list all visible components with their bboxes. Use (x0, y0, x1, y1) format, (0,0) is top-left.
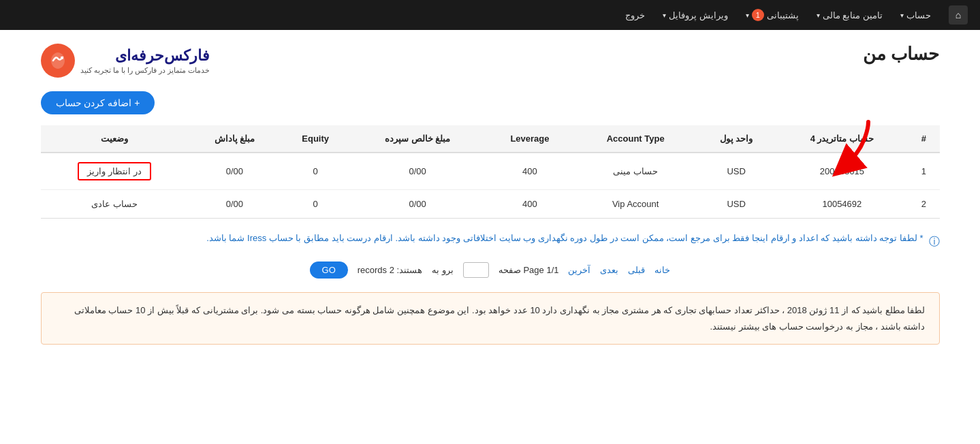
logo-area: فارکس‌حرفه‌ای خدمات متمایز در فارکس را ب… (41, 44, 210, 78)
chevron-down-icon: ▾ (900, 12, 904, 19)
cell-metatrader: 10054692 (776, 190, 908, 219)
pagination-row: خانه قبلی بعدی آخرین Page 1/1 صفحه برو ب… (41, 261, 940, 279)
col-balance: مبلغ خالص سپرده (350, 125, 485, 153)
cell-hash: 1 (908, 153, 939, 190)
cell-bonus: 0/00 (189, 153, 281, 190)
cell-balance: 0/00 (350, 153, 485, 190)
cell-account-type: حساب مینی (575, 153, 697, 190)
support-badge: 1 (752, 9, 764, 21)
nav-profile-label: ویرایش پروفایل (669, 10, 728, 20)
accounts-table: # حساب متاتریدر 4 واحد پول Account Type … (41, 125, 940, 219)
col-bonus: مبلغ پاداش (189, 125, 281, 153)
nav-item-logout[interactable]: خروج (618, 7, 652, 23)
nav-support-label: پشتیبانی (767, 10, 799, 20)
cell-metatrader: 200238615 (776, 153, 908, 190)
header-row: # حساب متاتریدر 4 واحد پول Account Type … (41, 125, 940, 153)
cell-status: حساب عادی (41, 190, 189, 219)
home-icon: ⌂ (955, 10, 961, 20)
home-link[interactable]: خانه (654, 265, 670, 275)
page-input[interactable] (463, 262, 489, 278)
warning-box: لطفا مطلع باشید که از 11 ژوئن 2018 ، حدا… (41, 292, 940, 345)
nav-item-support[interactable]: پشتیبانی 1 ▾ (739, 6, 806, 24)
add-account-row: + اضافه کردن حساب (41, 91, 940, 114)
logo-text: فارکس‌حرفه‌ای (80, 47, 210, 65)
records-info: هستند: records 2 (358, 265, 422, 275)
header-row: حساب من فارکس‌حرفه‌ای خدمات متمایز در فا… (41, 44, 940, 78)
table-row: 1 200238615 USD حساب مینی 400 0/00 0 0/0… (41, 153, 940, 190)
page-title: حساب من (863, 44, 939, 65)
cell-bonus: 0/00 (189, 190, 281, 219)
page-info: Page 1/1 صفحه (499, 265, 559, 275)
next-link[interactable]: بعدی (600, 265, 618, 275)
prev-link[interactable]: قبلی (628, 265, 645, 275)
logo-brand: فارکس‌حرفه‌ای خدمات متمایز در فارکس را ب… (41, 44, 210, 78)
col-equity: Equity (281, 125, 350, 153)
cell-leverage: 400 (485, 190, 574, 219)
cell-status: در انتظار واریز (41, 153, 189, 190)
cell-currency: USD (697, 153, 776, 190)
status-badge: حساب عادی (91, 199, 138, 209)
chevron-down-icon: ▾ (746, 12, 749, 19)
table-container: # حساب متاتریدر 4 واحد پول Account Type … (41, 125, 940, 219)
logo-subtitle: خدمات متمایز در فارکس را با ما تجربه کنی… (80, 66, 210, 75)
nav-item-account[interactable]: حساب ▾ (894, 7, 938, 23)
cell-equity: 0 (281, 153, 350, 190)
go-to-label: برو به (432, 265, 454, 275)
nav-logout-label: خروج (625, 10, 645, 20)
cell-leverage: 400 (485, 153, 574, 190)
last-link[interactable]: آخرین (568, 265, 590, 275)
nav-finance-label: تامین منابع مالی (823, 10, 883, 20)
logo-icon (41, 44, 75, 78)
col-metatrader: حساب متاتریدر 4 (776, 125, 908, 153)
note-text: * لطفا توجه داشته باشید که اعداد و ارقام… (206, 231, 923, 246)
chevron-down-icon: ▾ (817, 12, 820, 19)
nav-item-profile[interactable]: ویرایش پروفایل ▾ (656, 7, 735, 23)
col-leverage: Leverage (485, 125, 574, 153)
col-hash: # (908, 125, 939, 153)
cell-equity: 0 (281, 190, 350, 219)
col-currency: واحد پول (697, 125, 776, 153)
home-button[interactable]: ⌂ (949, 5, 968, 25)
add-account-button[interactable]: + اضافه کردن حساب (41, 91, 155, 114)
cell-currency: USD (697, 190, 776, 219)
navbar: ⌂ حساب ▾ تامین منابع مالی ▾ پشتیبانی 1 ▾… (0, 0, 980, 30)
status-badge: در انتظار واریز (78, 162, 151, 180)
table-body: 1 200238615 USD حساب مینی 400 0/00 0 0/0… (41, 153, 940, 219)
cell-account-type: Vip Account (575, 190, 697, 219)
page-container: حساب من فارکس‌حرفه‌ای خدمات متمایز در فا… (20, 30, 960, 358)
go-button[interactable]: GO (310, 261, 348, 279)
nav-item-finance[interactable]: تامین منابع مالی ▾ (810, 7, 889, 23)
chevron-down-icon: ▾ (663, 12, 666, 19)
table-row: 2 10054692 USD Vip Account 400 0/00 0 0/… (41, 190, 940, 219)
cell-balance: 0/00 (350, 190, 485, 219)
note-row: ⓘ * لطفا توجه داشته باشید که اعداد و ارق… (41, 231, 940, 251)
cell-hash: 2 (908, 190, 939, 219)
col-status: وضعیت (41, 125, 189, 153)
nav-account-label: حساب (906, 10, 931, 20)
warning-text: لطفا مطلع باشید که از 11 ژوئن 2018 ، حدا… (74, 305, 926, 331)
info-icon: ⓘ (929, 232, 940, 251)
table-header: # حساب متاتریدر 4 واحد پول Account Type … (41, 125, 940, 153)
col-account-type: Account Type (575, 125, 697, 153)
